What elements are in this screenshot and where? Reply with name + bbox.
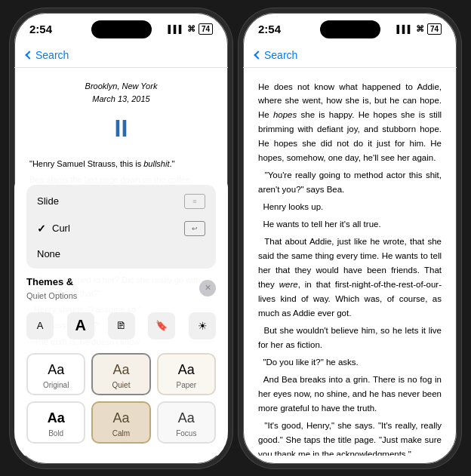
rp-8: And Bea breaks into a grin. There is no … [258,373,442,416]
home-bar-right [312,465,388,468]
font-style-button[interactable]: 🖹 [108,312,135,339]
theme-calm[interactable]: Aa Calm [91,401,150,444]
battery-left: 74 [199,23,213,35]
font-bookmark-button[interactable]: 🔖 [148,312,175,339]
status-icons-left: ▌▌▌ ⌘ 74 [168,23,213,35]
font-controls-row: A A 🖹 🔖 ☀ [26,308,216,344]
font-size-large-button[interactable]: A [67,312,94,339]
rp-9: "It's good, Henry," she says. "It's real… [258,419,442,456]
scroll-option-curl[interactable]: ✓ Curl ↩ [26,215,216,242]
theme-calm-name: Calm [112,429,130,438]
rp-5: That about Addie, just like he wrote, th… [258,235,442,321]
brightness-button[interactable]: ☀ [189,312,216,339]
theme-bold[interactable]: Aa Bold [26,401,85,444]
home-indicator-left [14,456,228,468]
rp-2: "You're really going to method actor thi… [258,168,442,197]
battery-right: 74 [427,23,442,35]
theme-paper-aa: Aa [178,362,195,378]
back-button-right[interactable]: Search [255,49,297,61]
scroll-curl-icon: ↩ [184,221,205,236]
signal-icon-left: ▌▌▌ [168,25,184,33]
theme-original[interactable]: Aa Original [26,353,85,395]
theme-quiet[interactable]: Aa Quiet [91,353,150,395]
time-left: 2:54 [29,23,52,35]
theme-paper[interactable]: Aa Paper [157,353,216,395]
rp-7: "Do you like it?" he asks. [258,355,442,370]
theme-quiet-aa: Aa [112,362,129,378]
rp-6: But she wouldn't believe him, so he lets… [258,324,442,352]
wifi-icon-left: ⌘ [187,24,195,34]
theme-bold-aa: Aa [48,410,65,426]
wifi-icon-right: ⌘ [416,24,424,34]
right-book-text: He does not know what happened to Addie,… [243,68,457,456]
book-content-right: He does not know what happened to Addie,… [243,68,457,456]
theme-calm-aa: Aa [112,410,129,426]
home-indicator-right [243,456,457,468]
para-1: "Henry Samuel Strauss, this is bullshit.… [29,157,213,170]
themes-label-row: Themes & Quiet Options ✕ [26,275,216,302]
rp-4: He wants to tell her it's all true. [258,217,442,232]
left-phone: 2:54 ▌▌▌ ⌘ 74 Search Brooklyn, New York … [10,8,232,468]
curl-check-icon: ✓ [37,223,46,235]
time-right: 2:54 [258,23,281,35]
theme-quiet-name: Quiet [112,381,131,389]
rp-1: He does not know what happened to Addie,… [258,80,442,166]
scroll-option-slide[interactable]: Slide ≡ [26,188,216,215]
theme-focus[interactable]: Aa Focus [157,401,216,444]
scroll-slide-label: Slide [37,195,59,207]
close-button[interactable]: ✕ [199,280,216,296]
dynamic-island-left [91,20,152,38]
nav-bar-left[interactable]: Search [14,46,228,68]
chevron-right-icon [254,51,262,59]
rp-3: Henry looks up. [258,200,442,214]
location-line2: March 13, 2015 [29,93,213,106]
signal-icon-right: ▌▌▌ [397,25,413,33]
theme-focus-aa: Aa [178,410,195,426]
theme-grid: Aa Original Aa Quiet Aa Paper Aa Bold [26,353,216,444]
themes-title: Themes & [26,276,73,287]
scroll-slide-icon: ≡ [184,194,205,209]
nav-bar-right[interactable]: Search [243,46,457,68]
right-phone: 2:54 ▌▌▌ ⌘ 74 Search He does not know wh… [239,8,461,468]
home-bar-left [84,465,159,468]
theme-original-name: Original [43,381,69,389]
scroll-none-label: None [37,248,60,259]
chevron-left-icon [25,51,33,59]
status-icons-right: ▌▌▌ ⌘ 74 [397,23,442,35]
back-button-left[interactable]: Search [26,49,69,61]
dynamic-island-right [320,20,380,38]
scroll-options-panel: Slide ≡ ✓ Curl ↩ [26,185,216,269]
theme-bold-name: Bold [48,429,63,438]
chapter-number: II [29,109,213,148]
scroll-curl-label: Curl [52,223,70,234]
book-header: Brooklyn, New York March 13, 2015 II [29,80,213,148]
theme-original-aa: Aa [48,362,64,378]
overlay-panel: Slide ≡ ✓ Curl ↩ [14,176,228,456]
scroll-option-none[interactable]: None [26,242,216,266]
book-content-left: Brooklyn, New York March 13, 2015 II "He… [14,68,228,456]
location-line1: Brooklyn, New York [29,80,213,94]
app-container: 2:54 ▌▌▌ ⌘ 74 Search Brooklyn, New York … [0,0,471,476]
theme-focus-name: Focus [176,429,196,438]
quiet-options-label: Quiet Options [26,291,77,300]
theme-paper-name: Paper [176,381,196,389]
font-size-small-button[interactable]: A [26,312,54,339]
